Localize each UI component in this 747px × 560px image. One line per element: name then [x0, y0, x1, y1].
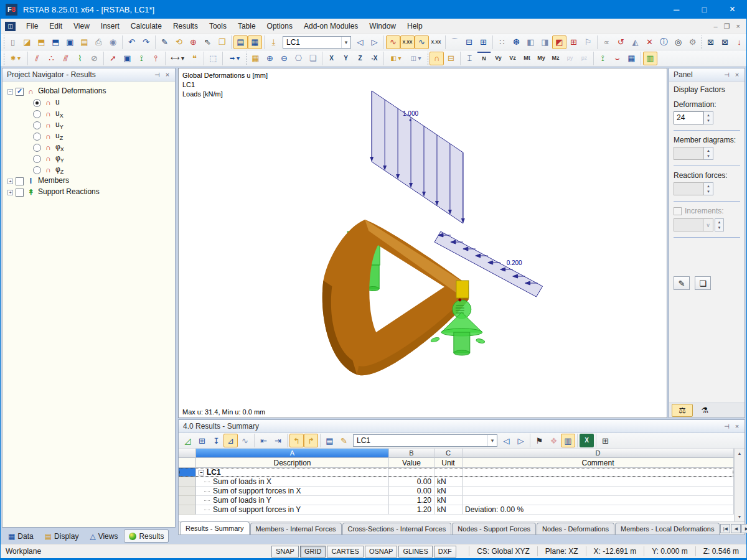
snap-settings-icon[interactable]: ❆ — [509, 35, 524, 49]
new-project-icon[interactable]: ⬒ — [49, 35, 63, 49]
redo-icon[interactable]: ↷ — [139, 35, 153, 49]
filter-icon[interactable]: ⚑ — [532, 434, 547, 447]
partial-view-icon[interactable]: ◧ ▾ — [386, 52, 406, 65]
tree-control[interactable] — [33, 144, 41, 152]
move-node-icon[interactable]: ∴ — [44, 52, 59, 65]
edit-factors-button[interactable]: ✎ — [674, 276, 690, 290]
results-tab[interactable]: Results - Summary — [180, 521, 250, 534]
printout-report-2-icon[interactable]: ⊞ — [476, 35, 491, 49]
value-cell[interactable]: 0.00 — [389, 477, 435, 487]
tree-control[interactable] — [33, 110, 41, 118]
tree-row[interactable]: + I Members — [6, 175, 174, 187]
table-scrollbar[interactable]: ▲ ▼ — [734, 449, 745, 521]
column-header-d[interactable]: D — [463, 449, 734, 458]
visibility-icon[interactable]: ⚐ — [581, 35, 595, 49]
tab-nav-button[interactable]: ◀ — [731, 524, 741, 533]
jump-fwd-icon[interactable]: ↱ — [304, 434, 318, 447]
sep[interactable] — [101, 52, 106, 65]
table-view-icon[interactable]: ▤ — [322, 434, 337, 447]
row-header[interactable] — [179, 496, 196, 505]
show-results-deformed-icon[interactable]: ∿ — [415, 35, 429, 49]
sep[interactable] — [595, 35, 599, 49]
prev-load-case-icon[interactable]: ◁ — [353, 35, 367, 49]
show-results-icon[interactable]: ∿ — [386, 35, 400, 49]
clipboard-icon[interactable]: ▤ — [77, 35, 92, 49]
sep[interactable] — [575, 434, 580, 447]
zoom-out-icon[interactable]: ⊖ — [277, 52, 291, 65]
table-row[interactable]: Sum of loads in Y 1.20 kN — [179, 496, 734, 505]
printout-report-icon[interactable]: ⊟ — [462, 35, 476, 49]
sep[interactable] — [320, 52, 324, 65]
row-header[interactable] — [179, 477, 196, 487]
deformation-spinner[interactable]: ▲▼ — [704, 111, 713, 124]
pin-icon[interactable]: ⊤ — [153, 70, 162, 80]
sep[interactable] — [220, 52, 225, 65]
tree-control[interactable] — [33, 99, 41, 107]
tree-control[interactable] — [16, 189, 24, 197]
grid-points-icon[interactable]: ∷ — [495, 35, 509, 49]
result-table-icon[interactable]: ▦ — [624, 52, 639, 65]
result-values-2-icon[interactable]: X.XX — [429, 35, 443, 49]
sep[interactable] — [491, 35, 495, 49]
calculator-icon[interactable]: ⊞ — [598, 434, 613, 447]
unit-cell[interactable]: kN — [435, 496, 463, 505]
table-edit-icon[interactable]: ✎ — [337, 434, 351, 447]
value-cell[interactable]: 1.20 — [389, 505, 435, 515]
status-toggle[interactable]: DXF — [434, 546, 456, 558]
rotate-copy-icon[interactable]: ↺ — [614, 35, 628, 49]
load-values-icon[interactable]: ⊟ — [444, 52, 458, 65]
sep[interactable] — [252, 434, 256, 447]
results-tab[interactable]: Cross-Sections - Internal Forces — [342, 523, 452, 534]
info-icon[interactable]: ⓘ — [657, 35, 671, 49]
result-min-icon[interactable]: ◿ — [181, 434, 195, 447]
render-grid-icon[interactable]: ⊞ — [566, 35, 581, 49]
menu-item[interactable]: Edit — [44, 20, 68, 32]
tree-expander[interactable]: + — [7, 190, 13, 195]
deformation-spinbox[interactable]: 24 ▲▼ — [674, 111, 713, 124]
sep[interactable] — [594, 434, 598, 447]
diagram-bars-icon[interactable]: ▥ — [561, 434, 575, 447]
view-negx-icon[interactable]: -X — [367, 52, 382, 65]
pin-icon[interactable]: ⊤ — [722, 421, 732, 431]
description-cell[interactable]: −LC1 — [196, 468, 389, 477]
menu-item[interactable]: View — [68, 20, 95, 32]
render-solid-icon[interactable]: ◨ — [538, 35, 552, 49]
minimize-button[interactable]: ─ — [662, 0, 690, 19]
close-button[interactable]: × — [718, 0, 746, 19]
menu-item[interactable]: Table — [232, 20, 261, 32]
scroll-down-icon[interactable]: ▼ — [738, 512, 742, 521]
rotate-view-icon[interactable]: ⟲ — [172, 35, 186, 49]
zoom-in-icon[interactable]: ⊕ — [263, 52, 277, 65]
load-case-combobox[interactable]: LC1 ▾ — [283, 36, 351, 49]
description-cell[interactable]: Sum of loads in X — [196, 477, 389, 487]
status-toggle[interactable]: SNAP — [271, 546, 299, 558]
menu-item[interactable]: Results — [167, 20, 204, 32]
menu-item[interactable]: Options — [261, 20, 298, 32]
module-import-icon[interactable]: ⊠ — [703, 35, 718, 49]
render-cube-icon[interactable]: ▦ — [248, 52, 263, 65]
gears-icon[interactable]: ⚙ — [685, 35, 700, 49]
mdi-close-button[interactable]: × — [736, 22, 740, 30]
tree-row[interactable]: ∩ uZ — [6, 131, 174, 142]
sep[interactable] — [120, 35, 125, 49]
render-transparent-icon[interactable]: ◩ — [552, 35, 566, 49]
sep[interactable] — [591, 52, 596, 65]
isometric-view-icon[interactable]: ⎔ — [291, 52, 306, 65]
close-icon[interactable]: × — [732, 70, 742, 80]
mode-arrow-icon[interactable]: ➡ ▾ — [225, 52, 245, 65]
mdi-restore-button[interactable]: ❐ — [724, 22, 730, 30]
open-folder-icon[interactable]: ◪ — [20, 35, 34, 49]
menu-item[interactable]: Window — [364, 20, 402, 32]
new-load-case-icon[interactable]: ⤓ — [266, 35, 281, 49]
row-header[interactable] — [179, 505, 196, 515]
sep[interactable] — [382, 52, 386, 65]
deformation-result-icon[interactable]: ⌶ — [463, 52, 477, 65]
table-row[interactable]: Sum of support forces in X 0.00 kN — [179, 487, 734, 496]
deformed-shape-icon[interactable]: ⌣ — [610, 52, 624, 65]
mirror-icon[interactable]: ◭ — [628, 35, 642, 49]
new-file-icon[interactable]: ▯ — [6, 35, 20, 49]
table-layout-icon[interactable]: ▦ — [248, 35, 262, 49]
tree-expander[interactable]: − — [7, 89, 13, 95]
results-tab[interactable]: Members - Internal Forces — [250, 523, 342, 534]
column-header-a[interactable]: A — [196, 449, 389, 458]
